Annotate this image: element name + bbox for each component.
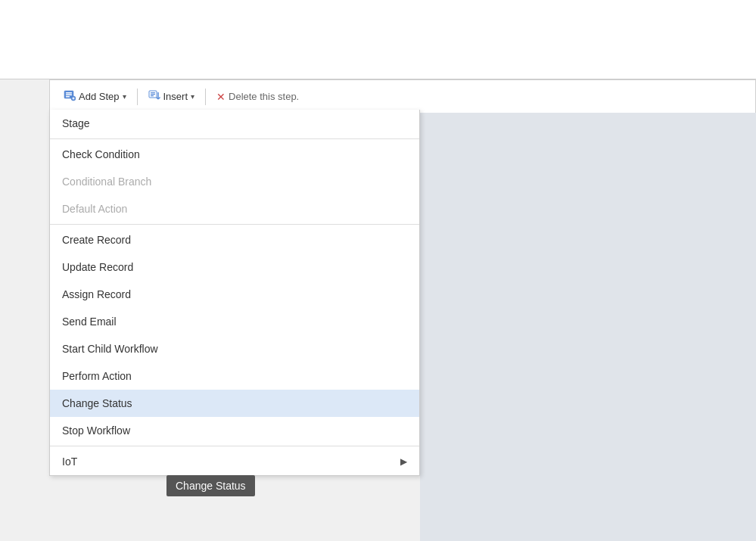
menu-item-iot[interactable]: IoT ▶ xyxy=(50,448,419,475)
top-area xyxy=(0,0,756,79)
toolbar-divider-2 xyxy=(205,89,206,105)
insert-chevron: ▾ xyxy=(191,92,194,101)
separator-2 xyxy=(50,224,419,225)
menu-item-send-email-label: Send Email xyxy=(62,316,117,328)
menu-item-perform-action-label: Perform Action xyxy=(62,370,132,382)
svg-rect-2 xyxy=(66,95,72,96)
insert-label: Insert xyxy=(163,91,188,102)
menu-item-assign-record[interactable]: Assign Record xyxy=(50,281,419,308)
menu-item-stop-workflow-label: Stop Workflow xyxy=(62,424,130,437)
add-step-button[interactable]: Add Step ▾ xyxy=(58,86,132,107)
svg-rect-9 xyxy=(151,94,155,95)
menu-item-change-status-label: Change Status xyxy=(62,397,132,409)
separator-3 xyxy=(50,446,419,446)
menu-item-default-action-label: Default Action xyxy=(62,203,127,215)
delete-button[interactable]: ✕ Delete this step. xyxy=(210,88,305,106)
right-panel xyxy=(420,110,756,541)
menu-item-check-condition[interactable]: Check Condition xyxy=(50,141,419,168)
menu-item-start-child-workflow[interactable]: Start Child Workflow xyxy=(50,335,419,362)
menu-item-conditional-branch: Conditional Branch xyxy=(50,168,419,195)
iot-submenu-arrow-icon: ▶ xyxy=(400,456,407,467)
add-step-icon xyxy=(64,89,76,104)
insert-icon xyxy=(148,89,160,104)
svg-rect-10 xyxy=(151,95,154,96)
menu-item-update-record-label: Update Record xyxy=(62,261,133,273)
menu-item-stop-workflow[interactable]: Stop Workflow xyxy=(50,417,419,444)
toolbar: Add Step ▾ Insert ▾ ✕ Delete this step. xyxy=(49,79,756,113)
svg-rect-8 xyxy=(151,92,155,93)
delete-icon: ✕ xyxy=(216,91,226,103)
menu-item-assign-record-label: Assign Record xyxy=(62,288,131,300)
toolbar-divider-1 xyxy=(137,89,138,105)
menu-item-check-condition-label: Check Condition xyxy=(62,148,140,160)
menu-item-stage-label: Stage xyxy=(62,117,90,129)
menu-item-default-action: Default Action xyxy=(50,195,419,222)
menu-item-create-record[interactable]: Create Record xyxy=(50,226,419,253)
delete-label: Delete this step. xyxy=(229,91,299,102)
svg-rect-3 xyxy=(66,96,70,98)
menu-item-create-record-label: Create Record xyxy=(62,234,131,246)
add-step-label: Add Step xyxy=(79,91,120,102)
menu-item-change-status[interactable]: Change Status xyxy=(50,390,419,417)
add-step-chevron: ▾ xyxy=(123,92,126,101)
menu-item-iot-label: IoT xyxy=(62,455,77,468)
change-status-tooltip: Change Status xyxy=(166,475,255,496)
insert-button[interactable]: Insert ▾ xyxy=(142,86,201,107)
menu-item-perform-action[interactable]: Perform Action xyxy=(50,362,419,390)
svg-rect-1 xyxy=(66,92,72,94)
menu-item-conditional-branch-label: Conditional Branch xyxy=(62,176,151,188)
menu-item-send-email[interactable]: Send Email xyxy=(50,308,419,335)
add-step-dropdown: Stage Check Condition Conditional Branch… xyxy=(49,110,420,476)
menu-item-stage[interactable]: Stage xyxy=(50,110,419,137)
separator-1 xyxy=(50,138,419,139)
menu-item-start-child-workflow-label: Start Child Workflow xyxy=(62,343,158,355)
menu-item-update-record[interactable]: Update Record xyxy=(50,253,419,281)
